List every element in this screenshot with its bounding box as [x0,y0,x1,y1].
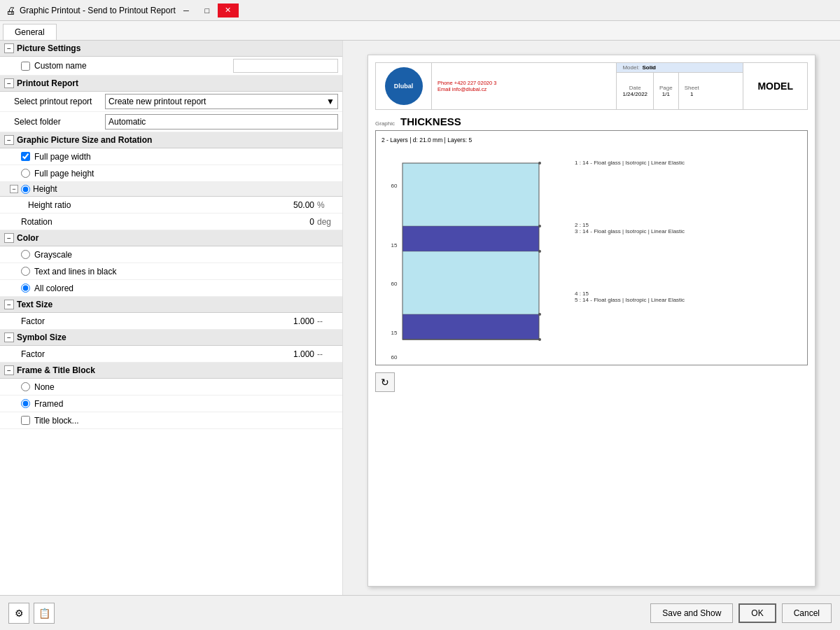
text-size-title: Text Size [17,300,52,309]
maximize-button[interactable]: □ [197,4,218,18]
svg-rect-8 [402,314,539,340]
clipboard-button[interactable]: 📋 [34,603,55,624]
symbol-size-collapse[interactable]: − [4,332,14,342]
picture-settings-collapse[interactable]: − [4,43,14,53]
select-report-dropdown[interactable]: Create new printout report ▼ [105,94,338,109]
select-folder-row: Select folder Automatic [0,112,342,132]
none-radio[interactable] [21,382,30,391]
tab-bar: General [0,21,840,41]
framed-label: Framed [34,399,63,409]
height-label: Height [33,184,57,194]
svg-rect-5 [402,163,539,226]
symbol-size-header[interactable]: − Symbol Size [0,330,342,346]
bottom-right-buttons: Save and Show OK Cancel [650,603,832,623]
header-logo: Dlubal [376,63,432,109]
none-row: None [0,379,342,396]
frame-title-collapse[interactable]: − [4,365,14,375]
ok-button[interactable]: OK [738,603,776,623]
text-black-radio[interactable] [21,267,30,276]
text-size-header[interactable]: − Text Size [0,297,342,313]
app-icon: 🖨 [6,5,15,16]
legend-item-2: 2 : 15 [575,222,685,228]
printout-report-header[interactable]: − Printout Report [0,76,342,92]
graphic-size-title: Graphic Picture Size and Rotation [17,135,152,145]
all-colored-radio[interactable] [21,284,30,293]
all-colored-row: All colored [0,280,342,297]
svg-point-17 [538,313,541,316]
custom-name-input[interactable] [233,59,338,73]
legend-item-4: 4 : 15 [575,290,685,297]
grayscale-label: Grayscale [34,250,72,260]
svg-text:15: 15 [391,330,398,336]
graphic-section: Graphic THICKNESS 2 - Layers | d: 21.0 m… [375,115,808,365]
left-panel: − Picture Settings Custom name − Printou… [0,41,343,595]
svg-rect-6 [402,226,539,251]
full-page-height-label: Full page height [34,169,94,178]
none-label: None [34,382,55,392]
svg-point-14 [538,162,541,164]
rotation-row: Rotation 0 deg [0,214,342,230]
bottom-left-buttons: ⚙ 📋 [8,603,55,624]
text-size-factor-row: Factor 1.000 -- [0,313,342,330]
color-collapse[interactable]: − [4,233,14,243]
rotation-value: 0 [272,217,314,227]
legend-item-1: 1 : 14 - Float glass | Isotropic | Linea… [575,160,685,166]
printout-report-title: Printout Report [17,78,78,88]
height-collapse[interactable]: − [10,185,18,193]
height-section-header[interactable]: − Height [0,182,342,197]
logo-text: Dlubal [394,83,414,90]
select-report-label: Select printout report [14,97,105,106]
symbol-size-factor-unit: -- [317,349,338,359]
tab-general[interactable]: General [3,24,57,40]
picture-settings-header[interactable]: − Picture Settings [0,41,342,57]
height-ratio-unit: % [317,200,338,210]
framed-radio[interactable] [21,399,30,408]
thickness-diagram: 60 15 60 15 60 [382,149,564,359]
legend-container: 1 : 14 - Float glass | Isotropic | Linea… [575,160,685,359]
select-folder-value[interactable]: Automatic [105,114,338,130]
grayscale-radio[interactable] [21,250,30,259]
contact-email: Email info@dlubal.cz [438,86,610,92]
full-page-width-row: Full page width [0,148,342,165]
settings-button[interactable]: ⚙ [8,603,29,624]
full-page-width-checkbox[interactable] [21,152,30,161]
custom-name-row: Custom name [0,57,342,76]
framed-row: Framed [0,396,342,412]
text-size-collapse[interactable]: − [4,300,14,309]
color-header[interactable]: − Color [0,230,342,246]
save-and-show-button[interactable]: Save and Show [650,603,733,623]
symbol-size-factor-row: Factor 1.000 -- [0,346,342,363]
page-block: Page 1/1 [654,73,679,109]
logo-circle: Dlubal [385,67,423,105]
title-text: Graphic Printout - Send to Printout Repo… [20,6,176,15]
contact-phone: Phone +420 227 02020 3 [438,80,610,86]
minimize-button[interactable]: ─ [176,4,197,18]
layer-info: 2 - Layers | d: 21.0 mm | Layers: 5 [382,136,802,144]
text-black-row: Text and lines in black [0,263,342,280]
frame-title-header[interactable]: − Frame & Title Block [0,363,342,379]
text-black-label: Text and lines in black [34,267,116,276]
select-report-value: Create new printout report [108,97,206,106]
height-ratio-label: Height ratio [28,200,71,210]
rotation-label: Rotation [21,217,52,227]
close-button[interactable]: ✕ [218,4,239,18]
svg-text:60: 60 [391,281,398,287]
title-bar: 🖨 Graphic Printout - Send to Printout Re… [0,0,840,21]
symbol-size-factor-label: Factor [21,349,45,359]
dropdown-arrow-icon: ▼ [326,97,335,106]
graphic-size-header[interactable]: − Graphic Picture Size and Rotation [0,132,342,148]
cancel-button[interactable]: Cancel [782,603,832,623]
preview-page: Dlubal Phone +420 227 02020 3 Email info… [368,55,816,587]
height-radio[interactable] [21,185,30,194]
select-folder-label: Select folder [14,117,105,127]
custom-name-checkbox[interactable] [21,62,30,71]
full-page-height-radio[interactable] [21,169,30,178]
svg-text:15: 15 [391,242,398,248]
refresh-button[interactable]: ↻ [375,372,395,392]
printout-report-collapse[interactable]: − [4,78,14,88]
height-ratio-row: Height ratio 50.00 % [0,197,342,214]
date-block: Date 1/24/2022 [617,73,654,109]
graphic-size-collapse[interactable]: − [4,135,14,145]
title-block-checkbox[interactable] [21,416,30,425]
grayscale-row: Grayscale [0,246,342,263]
